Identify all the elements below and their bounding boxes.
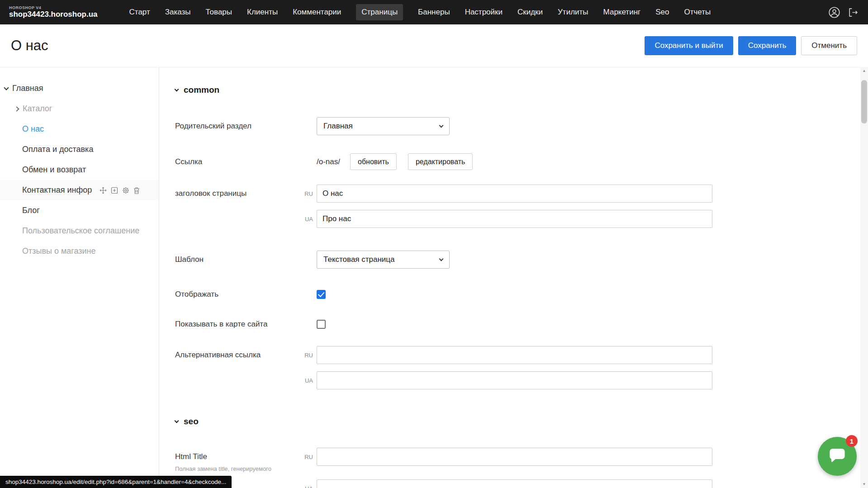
page-edit-form: common Родительский раздел Главная Ссылк…	[159, 67, 868, 488]
sidebar-item-contact-info[interactable]: Контактная инфор	[0, 180, 159, 200]
page-header: О нас Сохранить и выйти Сохранить Отмени…	[0, 24, 868, 67]
sidebar-item-store-reviews[interactable]: Отзывы о магазине	[0, 241, 159, 261]
field-label: Отображать	[175, 290, 300, 299]
sidebar-item-catalog[interactable]: Каталог	[0, 99, 159, 119]
user-account-icon[interactable]	[828, 6, 840, 19]
scrollbar-thumb[interactable]	[861, 80, 867, 123]
nav-products[interactable]: Товары	[206, 8, 232, 17]
status-url-bar: shop34423.horoshop.ua/edit/edit.php?id=6…	[0, 476, 232, 488]
sidebar-item-label: Каталог	[23, 104, 52, 114]
sidebar-item-user-agreement[interactable]: Пользовательское соглашение	[0, 221, 159, 241]
parent-section-select[interactable]: Главная	[317, 117, 450, 135]
sitemap-checkbox[interactable]	[317, 320, 326, 329]
lang-badge-ua: UA	[300, 485, 317, 488]
sidebar-item-label: Обмен и возврат	[22, 165, 86, 175]
sidebar-item-label: Контактная инфор	[22, 185, 92, 195]
logo[interactable]: HOROSHOP V4 shop34423.horoshop.ua	[9, 5, 98, 19]
topnav-right	[828, 6, 859, 19]
nav-orders[interactable]: Заказы	[165, 8, 191, 17]
page-title: О нас	[11, 38, 48, 54]
header-buttons: Сохранить и выйти Сохранить Отменить	[645, 36, 857, 55]
page-title-ua-input[interactable]	[317, 210, 712, 228]
html-title-ua-input[interactable]	[317, 479, 712, 488]
select-value: Текстовая страница	[323, 255, 395, 264]
settings-gear-icon[interactable]	[122, 187, 129, 194]
alt-link-ru-row: Альтернативная ссылка RU	[175, 346, 868, 364]
sidebar-item-blog[interactable]: Блог	[0, 200, 159, 221]
page-title-ua-row: UA	[175, 210, 868, 228]
chevron-down-icon	[439, 123, 444, 128]
nav-settings[interactable]: Настройки	[465, 8, 503, 17]
lang-badge-ru: RU	[300, 352, 317, 359]
sidebar-item-label: Пользовательское соглашение	[22, 226, 139, 236]
nav-pages[interactable]: Страницы	[356, 4, 403, 20]
move-icon[interactable]	[100, 187, 107, 194]
nav-marketing[interactable]: Маркетинг	[603, 8, 641, 17]
nav-start[interactable]: Старт	[129, 8, 150, 17]
lang-badge-ru: RU	[300, 190, 317, 197]
chevron-down-icon	[439, 256, 444, 261]
page-title-ru-input[interactable]	[317, 185, 712, 203]
logout-icon[interactable]	[848, 7, 859, 18]
template-row: Шаблон Текстовая страница	[175, 251, 868, 269]
logo-domain: shop34423.horoshop.ua	[9, 10, 98, 19]
field-label: Ссылка	[175, 157, 300, 166]
alt-link-ru-input[interactable]	[317, 346, 712, 364]
top-navigation: HOROSHOP V4 shop34423.horoshop.ua Старт …	[0, 0, 868, 24]
link-row: Ссылка /o-nas/ обновить редактировать	[175, 153, 868, 170]
field-label: Шаблон	[175, 255, 300, 264]
sitemap-row: Показывать в карте сайта	[175, 320, 868, 329]
link-edit-button[interactable]: редактировать	[408, 153, 473, 170]
scrollbar[interactable]: ▲ ▼	[860, 67, 868, 488]
chevron-down-icon	[175, 87, 179, 91]
save-and-exit-button[interactable]: Сохранить и выйти	[645, 36, 733, 55]
section-title: common	[184, 85, 219, 95]
sidebar-item-label: Блог	[22, 206, 40, 215]
field-hint: Полная замена title, генерируемого	[175, 465, 293, 472]
chevron-right-icon	[14, 106, 19, 111]
section-common-toggle[interactable]: common	[175, 85, 868, 95]
lang-badge-ua: UA	[300, 216, 317, 223]
nav-reports[interactable]: Отчеты	[684, 8, 711, 17]
save-button[interactable]: Сохранить	[738, 36, 796, 55]
html-title-ua-row: UA	[175, 479, 868, 488]
sidebar-item-exchange-return[interactable]: Обмен и возврат	[0, 160, 159, 180]
scrollbar-down-arrow[interactable]: ▼	[860, 480, 868, 488]
sidebar-item-label: Главная	[12, 84, 43, 93]
nav-utilities[interactable]: Утилиты	[558, 8, 588, 17]
field-label: Альтернативная ссылка	[175, 351, 300, 360]
select-value: Главная	[323, 122, 353, 131]
add-page-icon[interactable]	[111, 187, 118, 194]
page-title-ru-row: заголовок страницы RU	[175, 185, 868, 203]
nav-discounts[interactable]: Скидки	[517, 8, 543, 17]
logo-version: HOROSHOP V4	[9, 5, 98, 10]
field-label: заголовок страницы	[175, 189, 300, 198]
nav-clients[interactable]: Клиенты	[247, 8, 278, 17]
section-seo-toggle[interactable]: seo	[175, 416, 868, 427]
chat-bubble-icon	[828, 446, 847, 467]
nav-seo[interactable]: Seo	[655, 8, 669, 17]
sidebar-item-home[interactable]: Главная	[0, 78, 159, 99]
template-select[interactable]: Текстовая страница	[317, 251, 450, 269]
alt-link-ua-input[interactable]	[317, 371, 712, 389]
cancel-button[interactable]: Отменить	[801, 36, 857, 55]
nav-comments[interactable]: Комментарии	[293, 8, 341, 17]
display-checkbox[interactable]	[317, 290, 326, 299]
chat-widget-button[interactable]: 1	[818, 437, 857, 476]
sidebar-item-payment-delivery[interactable]: Оплата и доставка	[0, 139, 159, 160]
delete-trash-icon[interactable]	[133, 187, 140, 194]
lang-badge-ua: UA	[300, 377, 317, 384]
pages-tree-sidebar: Главная Каталог О нас Оплата и доставка …	[0, 67, 159, 488]
link-value: /o-nas/	[317, 157, 340, 166]
nav-banners[interactable]: Баннеры	[418, 8, 450, 17]
html-title-ru-input[interactable]	[317, 448, 712, 466]
scrollbar-up-arrow[interactable]: ▲	[860, 67, 868, 75]
field-label: Html Title	[175, 452, 300, 461]
chevron-down-icon	[4, 85, 9, 90]
link-update-button[interactable]: обновить	[350, 153, 397, 170]
parent-section-row: Родительский раздел Главная	[175, 117, 868, 135]
content-area: Главная Каталог О нас Оплата и доставка …	[0, 67, 868, 488]
field-label: Показывать в карте сайта	[175, 320, 300, 329]
sidebar-item-about[interactable]: О нас	[0, 119, 159, 139]
lang-badge-ru: RU	[300, 448, 317, 460]
